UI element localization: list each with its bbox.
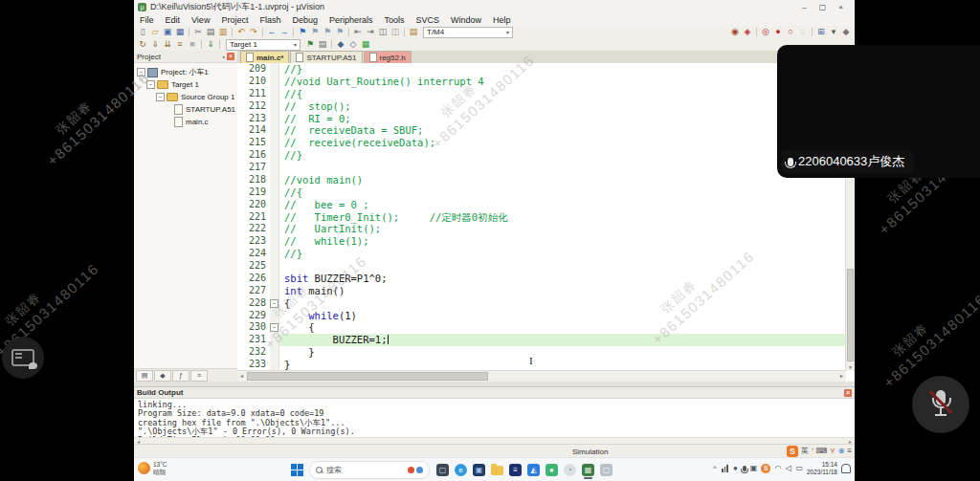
navigate-back-icon[interactable]: ← <box>266 27 278 37</box>
save-icon[interactable]: ▣ <box>162 27 173 37</box>
templates-tab-icon[interactable]: ≡ <box>190 370 208 382</box>
chevron-down-icon[interactable]: ▾ <box>502 29 509 35</box>
code-line-226[interactable]: 226sbit BUZZER=P1^0; <box>237 273 846 285</box>
editor-horizontal-scrollbar[interactable]: ◄ ► <box>237 370 846 382</box>
menu-file[interactable]: File <box>134 15 160 25</box>
tree-item-main-c[interactable]: main.c <box>134 116 237 128</box>
code-line-232[interactable]: 232 } <box>237 346 846 359</box>
build-output-header[interactable]: Build Output × <box>134 387 855 399</box>
code-line-217[interactable]: 217 <box>237 162 846 174</box>
navigate-forward-icon[interactable]: → <box>278 27 290 37</box>
editor-tab-startup-a51[interactable]: STARTUP.A51 <box>290 51 362 63</box>
code-line-222[interactable]: 222// UartInit(); <box>237 223 846 235</box>
screen-share-chat-button[interactable] <box>2 337 44 379</box>
app-docs-blue[interactable]: ≡ <box>507 461 523 479</box>
scrollbar-thumb[interactable] <box>247 372 488 381</box>
menu-tools[interactable]: Tools <box>378 15 410 25</box>
menu-project[interactable]: Project <box>215 15 254 25</box>
ime-toolbox-icon[interactable]: ≡ <box>847 446 852 457</box>
restore-icon[interactable]: ▢ <box>819 3 827 11</box>
ime-keyboard-icon[interactable]: ⌨ <box>816 446 828 457</box>
app-dev-tool-blue[interactable]: ▣ <box>471 461 487 479</box>
code-line-221[interactable]: 221// Timer0_Init(); //定时器0初始化 <box>237 211 846 224</box>
comment-selection-icon[interactable]: ◫ <box>377 27 389 37</box>
tray-expand-chevron-icon[interactable]: ^ <box>711 463 718 474</box>
close-icon[interactable]: × <box>838 3 843 11</box>
menu-flash[interactable]: Flash <box>254 15 286 25</box>
code-line-211[interactable]: 211//{ <box>237 88 846 100</box>
menu-edit[interactable]: Edit <box>160 15 187 25</box>
menu-peripherals[interactable]: Peripherals <box>323 15 379 25</box>
window-layout-icon[interactable]: ⊞ <box>815 27 827 37</box>
search-input[interactable]: 搜索 <box>309 461 430 479</box>
ime-language-icon[interactable]: 英 <box>801 446 809 457</box>
code-line-225[interactable]: 225 <box>237 260 846 273</box>
app-edge-browser[interactable]: e <box>453 461 469 479</box>
translate-file-icon[interactable]: ↻ <box>137 39 148 50</box>
project-tab-icon[interactable]: ▤ <box>136 370 153 382</box>
panel-close-icon[interactable]: × <box>844 389 852 397</box>
insert-breakpoint-icon[interactable]: ● <box>772 27 784 37</box>
tray-microphone-icon[interactable] <box>743 466 746 471</box>
undo-icon[interactable]: ↶ <box>235 27 247 37</box>
editor-tab-main-c-[interactable]: main.c* <box>240 51 289 63</box>
target-select[interactable]: Target 1 ▾ <box>226 39 301 51</box>
code-line-227[interactable]: 227int main() <box>237 285 846 297</box>
start-button[interactable] <box>290 463 304 477</box>
tree-item-source-group-1[interactable]: −Source Group 1 <box>134 91 237 103</box>
scrollbar-thumb[interactable] <box>847 269 854 361</box>
batch-build-icon[interactable]: ≡ <box>174 39 186 50</box>
find-next-icon[interactable]: ◉ <box>729 27 741 37</box>
code-line-224[interactable]: 224//} <box>237 248 846 260</box>
scroll-left-icon[interactable]: ◄ <box>237 371 246 382</box>
app-wechat[interactable]: ● <box>544 461 560 479</box>
uncomment-selection-icon[interactable]: ◫ <box>390 27 401 37</box>
app-green-recorder[interactable]: ▦ <box>580 461 596 479</box>
tree-expander-icon[interactable]: − <box>156 93 165 101</box>
menu-view[interactable]: View <box>186 15 215 25</box>
paste-icon[interactable]: ▥ <box>217 27 229 37</box>
microphone-muted-button[interactable] <box>912 376 969 433</box>
app-file-explorer[interactable]: ▢ <box>434 461 451 479</box>
ime-add-icon[interactable]: ⊕ <box>838 446 845 457</box>
start-stop-debug-icon[interactable]: ◈ <box>742 27 753 37</box>
tray-volume-icon[interactable]: ◁ <box>785 463 791 474</box>
scroll-down-icon[interactable]: ▼ <box>846 363 855 371</box>
chevron-down-icon[interactable]: ▾ <box>290 41 297 48</box>
pack-installer-icon[interactable]: ▦ <box>360 39 371 50</box>
save-all-icon[interactable]: ▦ <box>174 27 186 37</box>
editor-tab-reg52-h[interactable]: reg52.h <box>364 51 412 63</box>
download-flash-icon[interactable]: ⇓ <box>205 39 216 50</box>
menu-debug[interactable]: Debug <box>286 15 323 25</box>
fold-collapse-icon[interactable]: − <box>270 323 278 332</box>
code-line-231[interactable]: 231 BUZZER=1; <box>237 334 846 346</box>
indent-icon[interactable]: ⇥ <box>365 27 376 37</box>
menu-window[interactable]: Window <box>445 15 487 25</box>
bookmark-clear-icon[interactable]: ⚑ <box>334 27 345 37</box>
enable-breakpoint-icon[interactable]: ○ <box>785 27 796 37</box>
app-meeting-blue[interactable]: ◭ <box>525 461 542 479</box>
find-in-files-icon[interactable]: ▤ <box>408 27 419 37</box>
disable-breakpoint-icon[interactable]: ◌ <box>797 27 809 37</box>
code-line-212[interactable]: 212// stop(); <box>237 100 846 113</box>
layout-dropdown-icon[interactable]: ▾ <box>828 27 839 37</box>
configure-wrench-icon[interactable]: ◆ <box>840 27 852 37</box>
code-line-218[interactable]: 218//void main() <box>237 174 846 186</box>
manage-items-icon[interactable]: ▤ <box>317 39 328 50</box>
tree-item-project-1[interactable]: −Project: 小车1 <box>134 66 237 78</box>
app-window-preview[interactable]: ▢ <box>598 461 614 479</box>
code-area[interactable]: 209//}210//void Uart_Routine() interrupt… <box>237 63 846 371</box>
new-file-icon[interactable]: ▯ <box>137 27 148 37</box>
rebuild-all-icon[interactable]: ⇊ <box>162 39 173 50</box>
taskbar-clock[interactable]: 15:14 2023/11/18 <box>807 461 837 475</box>
sogou-logo-icon[interactable]: S <box>787 446 798 457</box>
menu-help[interactable]: Help <box>487 15 517 25</box>
bookmark-prev-icon[interactable]: ⚑ <box>309 27 321 37</box>
target-options-icon[interactable]: ⚑ <box>304 39 316 50</box>
notification-bell-icon[interactable] <box>841 464 851 473</box>
unindent-icon[interactable]: ⇤ <box>352 27 364 37</box>
code-line-220[interactable]: 220// bee = 0 ; <box>237 199 846 211</box>
weather-widget[interactable]: 13°C 晴朗 <box>138 461 167 475</box>
code-line-213[interactable]: 213// RI = 0; <box>237 113 846 125</box>
tree-expander-icon[interactable]: − <box>137 68 145 77</box>
